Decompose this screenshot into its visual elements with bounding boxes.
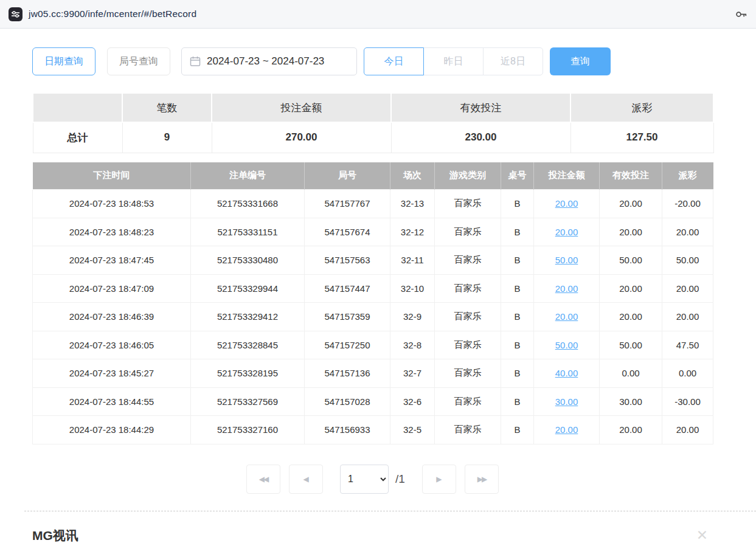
quick-last8days-button[interactable]: 近8日 bbox=[483, 47, 543, 75]
page-select[interactable]: 1 bbox=[340, 465, 389, 494]
table-row: 2024-07-23 18:48:53 521753331668 5471577… bbox=[33, 190, 713, 218]
summary-header-row: 笔数投注金额有效投注派彩 bbox=[33, 93, 713, 122]
summary-cell: 230.00 bbox=[391, 122, 570, 153]
record-header-cell: 注单编号 bbox=[191, 162, 305, 190]
order-id-cell: 521753331151 bbox=[191, 218, 305, 246]
bet-amount-cell: 40.00 bbox=[534, 359, 600, 388]
game-type-cell: 百家乐 bbox=[435, 303, 501, 331]
order-id-cell: 521753327569 bbox=[191, 387, 305, 416]
record-header-row: 下注时间注单编号局号场次游戏类别桌号投注金额有效投注派彩 bbox=[33, 162, 713, 190]
valid-bet-cell: 20.00 bbox=[600, 190, 662, 218]
table-row: 2024-07-23 18:47:45 521753330480 5471575… bbox=[33, 246, 713, 275]
table-no-cell: B bbox=[501, 331, 534, 359]
record-header-cell: 桌号 bbox=[501, 162, 534, 190]
bet-amount-link[interactable]: 20.00 bbox=[555, 283, 578, 294]
game-type-cell: 百家乐 bbox=[435, 218, 501, 246]
bet-amount-cell: 20.00 bbox=[534, 303, 600, 331]
last-page-button[interactable]: ▶▶ bbox=[465, 465, 499, 494]
round-query-button[interactable]: 局号查询 bbox=[107, 47, 170, 75]
payout-cell: -20.00 bbox=[662, 190, 713, 218]
round-id-cell: 547157767 bbox=[305, 190, 390, 218]
bet-amount-link[interactable]: 30.00 bbox=[555, 396, 578, 407]
key-icon[interactable] bbox=[735, 8, 747, 21]
session-cell: 32-5 bbox=[390, 416, 435, 444]
first-page-button[interactable]: ◀◀ bbox=[246, 465, 280, 494]
round-id-cell: 547157563 bbox=[305, 246, 390, 275]
bet-amount-cell: 50.00 bbox=[534, 331, 600, 359]
round-id-cell: 547157250 bbox=[305, 331, 390, 359]
valid-bet-cell: 20.00 bbox=[600, 303, 662, 331]
valid-bet-cell: 50.00 bbox=[600, 331, 662, 359]
round-id-cell: 547157028 bbox=[305, 387, 390, 416]
valid-bet-cell: 20.00 bbox=[600, 416, 662, 444]
url-field[interactable]: jw05.cc:9900/infe/mcenter/#/betRecord bbox=[29, 9, 729, 19]
order-id-cell: 521753331668 bbox=[191, 190, 305, 218]
summary-cell: 9 bbox=[122, 122, 212, 153]
session-cell: 32-6 bbox=[390, 387, 435, 416]
quick-today-button[interactable]: 今日 bbox=[364, 47, 424, 75]
session-cell: 32-13 bbox=[390, 190, 435, 218]
bet-amount-cell: 30.00 bbox=[534, 387, 600, 416]
game-type-cell: 百家乐 bbox=[435, 190, 501, 218]
valid-bet-cell: 50.00 bbox=[600, 246, 662, 275]
bet-amount-link[interactable]: 20.00 bbox=[555, 198, 578, 209]
game-type-cell: 百家乐 bbox=[435, 246, 501, 275]
session-cell: 32-7 bbox=[390, 359, 435, 388]
browser-address-bar: jw05.cc:9900/infe/mcenter/#/betRecord bbox=[0, 0, 756, 29]
bet-time-cell: 2024-07-23 18:46:05 bbox=[33, 331, 191, 359]
tune-icon bbox=[11, 10, 20, 19]
collapse-icon[interactable]: ✕ bbox=[696, 527, 708, 543]
summary-cell: 270.00 bbox=[212, 122, 391, 153]
record-table-body: 2024-07-23 18:48:53 521753331668 5471577… bbox=[33, 190, 713, 444]
page-total: /1 bbox=[395, 472, 405, 486]
summary-header-cell bbox=[33, 93, 122, 122]
bet-amount-link[interactable]: 50.00 bbox=[555, 255, 578, 265]
summary-header-cell: 有效投注 bbox=[391, 93, 570, 122]
prev-page-button[interactable]: ◀ bbox=[289, 465, 323, 494]
bet-time-cell: 2024-07-23 18:48:53 bbox=[33, 190, 191, 218]
table-no-cell: B bbox=[501, 274, 534, 303]
pagination: ◀◀ ◀ 1 /1 ▶ ▶▶ bbox=[32, 465, 713, 494]
next-page-button[interactable]: ▶ bbox=[422, 465, 456, 494]
payout-cell: 50.00 bbox=[662, 246, 713, 275]
bet-amount-cell: 20.00 bbox=[534, 416, 600, 444]
bet-record-table: 下注时间注单编号局号场次游戏类别桌号投注金额有效投注派彩 2024-07-23 … bbox=[32, 162, 713, 444]
browser-extension-icon[interactable] bbox=[9, 7, 23, 21]
quick-range-group: 今日 昨日 近8日 bbox=[364, 47, 543, 75]
session-cell: 32-10 bbox=[390, 274, 435, 303]
bet-time-cell: 2024-07-23 18:46:39 bbox=[33, 303, 191, 331]
table-no-cell: B bbox=[501, 246, 534, 275]
record-header-cell: 有效投注 bbox=[600, 162, 662, 190]
payout-cell: 20.00 bbox=[662, 274, 713, 303]
date-range-picker[interactable]: 2024-07-23 ~ 2024-07-23 bbox=[181, 47, 357, 75]
bet-amount-cell: 20.00 bbox=[534, 190, 600, 218]
game-type-cell: 百家乐 bbox=[435, 331, 501, 359]
payout-cell: 0.00 bbox=[662, 359, 713, 388]
table-no-cell: B bbox=[501, 303, 534, 331]
bet-amount-link[interactable]: 20.00 bbox=[555, 311, 578, 322]
session-cell: 32-9 bbox=[390, 303, 435, 331]
date-query-button[interactable]: 日期查询 bbox=[32, 47, 95, 75]
bet-record-page: 日期查询 局号查询 2024-07-23 ~ 2024-07-23 今日 昨日 … bbox=[0, 29, 756, 543]
round-id-cell: 547157359 bbox=[305, 303, 390, 331]
session-cell: 32-12 bbox=[390, 218, 435, 246]
round-id-cell: 547157136 bbox=[305, 359, 390, 388]
payout-cell: 20.00 bbox=[662, 303, 713, 331]
bet-amount-link[interactable]: 20.00 bbox=[555, 424, 578, 435]
bet-time-cell: 2024-07-23 18:48:23 bbox=[33, 218, 191, 246]
bet-amount-link[interactable]: 40.00 bbox=[555, 368, 578, 378]
bet-amount-cell: 50.00 bbox=[534, 246, 600, 275]
record-header-cell: 下注时间 bbox=[33, 162, 191, 190]
order-id-cell: 521753328845 bbox=[191, 331, 305, 359]
table-row: 2024-07-23 18:44:29 521753327160 5471569… bbox=[33, 416, 713, 444]
table-row: 2024-07-23 18:46:05 521753328845 5471572… bbox=[33, 331, 713, 359]
table-row: 2024-07-23 18:44:55 521753327569 5471570… bbox=[33, 387, 713, 416]
record-header-cell: 游戏类别 bbox=[435, 162, 501, 190]
summary-header-cell: 派彩 bbox=[570, 93, 713, 122]
section-divider bbox=[24, 511, 756, 511]
bet-amount-link[interactable]: 20.00 bbox=[555, 227, 578, 237]
bet-amount-link[interactable]: 50.00 bbox=[555, 340, 578, 350]
search-button[interactable]: 查询 bbox=[550, 47, 611, 75]
record-header-cell: 局号 bbox=[305, 162, 390, 190]
quick-yesterday-button[interactable]: 昨日 bbox=[423, 47, 484, 75]
